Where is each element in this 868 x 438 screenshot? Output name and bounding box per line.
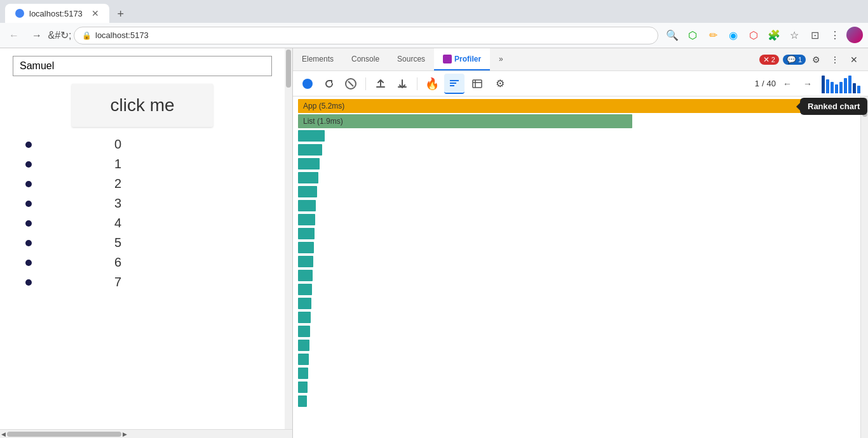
tab-sources[interactable]: Sources xyxy=(388,48,434,70)
teal-bar-item[interactable] xyxy=(298,381,855,394)
search-icon[interactable]: 🔍 xyxy=(663,27,681,44)
extension2-icon[interactable]: ✏ xyxy=(704,27,722,44)
upload-button[interactable] xyxy=(371,74,390,93)
extension1-icon[interactable]: ⬡ xyxy=(684,27,702,44)
forward-button[interactable]: → xyxy=(28,27,46,44)
minibar-bar[interactable] xyxy=(857,86,860,93)
teal-bar-item[interactable] xyxy=(298,185,855,198)
info-icon: 💬 xyxy=(787,55,796,64)
teal-bar-item[interactable] xyxy=(298,395,855,408)
click-me-button[interactable]: click me xyxy=(72,84,212,127)
horizontal-scrollbar[interactable]: ◀ ▶ xyxy=(0,429,292,438)
tab-more[interactable]: » xyxy=(490,48,512,70)
list-item: 3 xyxy=(25,196,272,211)
list-number: 3 xyxy=(114,196,121,211)
teal-bar-item[interactable] xyxy=(298,199,855,212)
app-bar[interactable]: App (5.2ms) xyxy=(298,99,855,113)
minibar-bar[interactable] xyxy=(848,76,851,93)
reload-profile-button[interactable] xyxy=(320,74,339,93)
profiler-settings-button[interactable]: ⚙ xyxy=(490,74,510,94)
timeline-button[interactable] xyxy=(467,74,487,94)
profiler-scrollbar[interactable] xyxy=(860,96,868,438)
list-item: 2 xyxy=(25,176,272,191)
devtools-settings-button[interactable]: ⚙ xyxy=(807,51,825,69)
minibar-bar[interactable] xyxy=(826,79,829,93)
toolbar-separator2 xyxy=(417,77,417,90)
teal-bar-item[interactable] xyxy=(298,269,855,282)
devtools-actions: ✕ 2 💬 1 ⚙ ⋮ ✕ xyxy=(759,48,868,70)
list-number: 5 xyxy=(114,236,121,250)
devtools-close-button[interactable]: ✕ xyxy=(845,51,863,69)
bookmark-icon[interactable]: ☆ xyxy=(785,27,803,44)
vertical-scrollbar[interactable] xyxy=(285,48,292,429)
scroll-left-arrow[interactable]: ◀ xyxy=(0,431,7,437)
devtools-kebab-button[interactable]: ⋮ xyxy=(826,51,844,69)
next-page-button[interactable]: → xyxy=(799,75,817,93)
flamegraph-button[interactable]: 🔥 xyxy=(423,74,442,93)
teal-bar-item[interactable] xyxy=(298,325,855,338)
chrome-menu-icon[interactable]: ⋮ xyxy=(826,27,844,44)
teal-bar-item[interactable] xyxy=(298,157,855,170)
teal-bar-item[interactable] xyxy=(298,213,855,226)
prev-page-button[interactable]: ← xyxy=(778,75,796,93)
teal-bar-item[interactable] xyxy=(298,129,855,142)
list-item: 4 xyxy=(25,216,272,230)
teal-bar-item[interactable] xyxy=(298,339,855,352)
profile-avatar[interactable] xyxy=(846,27,863,43)
scroll-right-arrow[interactable]: ▶ xyxy=(121,431,128,437)
devtools-tab-bar: Elements Console Sources Profiler » ✕ 2 xyxy=(293,48,868,71)
teal-bar-item[interactable] xyxy=(298,241,855,254)
minibar-bar[interactable] xyxy=(822,76,825,93)
bullet-icon xyxy=(25,260,32,266)
list-item: 1 xyxy=(25,157,272,171)
record-button[interactable] xyxy=(298,74,317,93)
teal-bar-item[interactable] xyxy=(298,227,855,240)
extension5-icon[interactable]: 🧩 xyxy=(765,27,783,44)
address-box[interactable]: 🔒 localhost:5173 xyxy=(74,27,658,44)
svg-rect-4 xyxy=(450,83,456,84)
teal-bar-item[interactable] xyxy=(298,297,855,310)
tab-console[interactable]: Console xyxy=(342,48,388,70)
teal-bar-item[interactable] xyxy=(298,367,855,380)
menu-square-icon[interactable]: ⊡ xyxy=(806,27,824,44)
profiler-label: Profiler xyxy=(454,55,481,63)
devtools-panel: Elements Console Sources Profiler » ✕ 2 xyxy=(292,48,868,438)
info-badge[interactable]: 💬 1 xyxy=(783,55,806,65)
tab-close-icon[interactable]: ✕ xyxy=(92,8,99,18)
back-button[interactable]: ← xyxy=(5,27,23,44)
minibar-bar[interactable] xyxy=(844,78,847,93)
list-bar[interactable]: List (1.9ms) xyxy=(298,114,632,128)
svg-rect-3 xyxy=(450,80,459,81)
active-tab[interactable]: localhost:5173 ✕ xyxy=(5,4,109,23)
teal-bar-item[interactable] xyxy=(298,311,855,324)
reload-button[interactable]: &#↻; xyxy=(51,27,69,44)
tab-elements[interactable]: Elements xyxy=(293,48,342,70)
minibar-bar[interactable] xyxy=(839,82,843,93)
error-badge[interactable]: ✕ 2 xyxy=(759,55,779,65)
list-bar-row: List (1.9ms) xyxy=(298,114,855,128)
new-tab-button[interactable]: + xyxy=(112,5,130,23)
list-bar-label: List (1.9ms) xyxy=(303,117,343,126)
page-total: 40 xyxy=(767,79,776,88)
clear-button[interactable] xyxy=(341,74,360,93)
teal-bar-item[interactable] xyxy=(298,255,855,268)
download-button[interactable] xyxy=(393,74,412,93)
tab-profiler[interactable]: Profiler xyxy=(434,48,490,70)
extension4-icon[interactable]: ⬡ xyxy=(745,27,763,44)
page-inner: click me 0 1 2 xyxy=(0,48,285,302)
page-current: 1 xyxy=(755,79,759,88)
teal-bar-item[interactable] xyxy=(298,353,855,366)
list-number: 6 xyxy=(114,255,121,270)
list-item: 6 xyxy=(25,255,272,270)
address-bar-row: ← → &#↻; 🔒 localhost:5173 🔍 ⬡ ✏ ◉ ⬡ 🧩 ☆ … xyxy=(0,23,868,48)
name-input[interactable] xyxy=(13,56,272,76)
minibar-bar[interactable] xyxy=(835,84,838,93)
teal-bar-item[interactable] xyxy=(298,171,855,184)
teal-bar-item[interactable] xyxy=(298,143,855,156)
extension3-icon[interactable]: ◉ xyxy=(724,27,742,44)
minibar-bar[interactable] xyxy=(853,83,856,93)
ranked-button[interactable] xyxy=(444,74,465,94)
minibar-bar[interactable] xyxy=(831,82,834,93)
teal-bar-item[interactable] xyxy=(298,283,855,296)
tab-bar: localhost:5173 ✕ + xyxy=(0,0,868,23)
